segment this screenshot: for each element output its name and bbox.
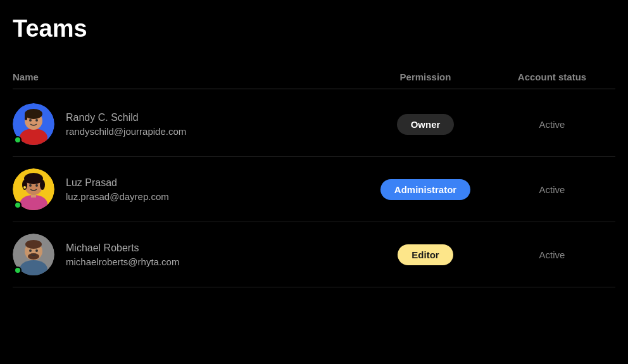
col-header-name: Name [13,72,362,82]
svg-rect-4 [25,114,27,120]
svg-point-3 [25,109,42,119]
table-row: Michael Roberts michaelroberts@rhyta.com… [13,222,615,287]
user-email: randyschild@jourrapide.com [66,126,186,137]
svg-point-23 [35,249,38,252]
user-info: Randy C. Schild randyschild@jourrapide.c… [13,103,362,145]
permission-cell: Owner [362,114,489,135]
account-status-cell: Active [489,249,615,260]
user-details: Randy C. Schild randyschild@jourrapide.c… [66,112,186,137]
col-header-account-status: Account status [489,72,615,82]
permission-badge[interactable]: Owner [397,114,455,135]
svg-point-5 [29,119,32,122]
svg-point-20 [25,240,42,249]
online-indicator [14,136,22,144]
table-row: Luz Prasad luz.prasad@dayrep.com Adminis… [13,157,615,222]
online-indicator [14,201,22,209]
svg-point-15 [35,184,38,187]
user-info: Luz Prasad luz.prasad@dayrep.com [13,168,362,210]
user-info: Michael Roberts michaelroberts@rhyta.com [13,234,362,275]
svg-point-14 [29,184,32,187]
page-title: Teams [13,15,615,42]
permission-cell: Editor [362,244,489,265]
user-email: michaelroberts@rhyta.com [66,256,179,267]
svg-point-13 [40,180,45,190]
user-name: Luz Prasad [66,177,169,189]
svg-point-22 [29,249,32,252]
table-row: Randy C. Schild randyschild@jourrapide.c… [13,92,615,157]
account-status-cell: Active [489,184,615,195]
permission-cell: Administrator [362,179,489,200]
col-header-permission: Permission [362,72,489,82]
account-status-cell: Active [489,119,615,130]
user-email: luz.prasad@dayrep.com [66,191,169,202]
user-details: Michael Roberts michaelroberts@rhyta.com [66,242,179,267]
status-badge: Active [539,184,565,195]
user-name: Michael Roberts [66,242,179,254]
user-details: Luz Prasad luz.prasad@dayrep.com [66,177,169,202]
avatar-container [13,234,54,275]
permission-badge[interactable]: Editor [398,244,453,265]
svg-point-16 [23,186,26,189]
status-badge: Active [539,249,565,260]
permission-badge[interactable]: Administrator [380,179,470,200]
svg-point-6 [35,119,38,122]
avatar-container [13,103,54,145]
online-indicator [14,267,22,274]
user-name: Randy C. Schild [66,112,186,123]
avatar-container [13,168,54,210]
table-header: Name Permission Account status [13,65,615,89]
status-badge: Active [539,119,565,130]
page-container: Teams Name Permission Account status [0,0,628,300]
svg-point-21 [28,253,39,260]
